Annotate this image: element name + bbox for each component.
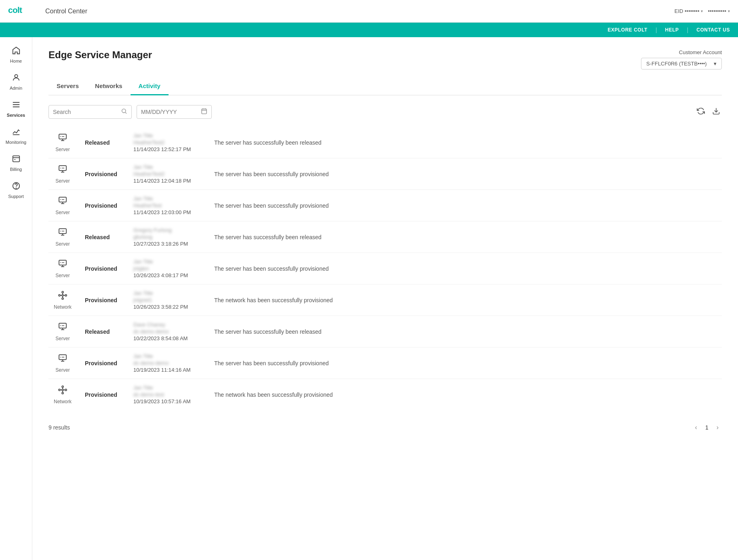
type-label: Server — [55, 273, 70, 278]
pagination: ‹ 1 › — [692, 422, 722, 433]
sidebar-item-support[interactable]: Support — [0, 177, 32, 204]
svg-point-49 — [59, 389, 60, 391]
activity-status: Provisioned — [85, 392, 125, 398]
server-icon — [58, 164, 67, 177]
sidebar-item-services[interactable]: Services — [0, 95, 32, 122]
date-input[interactable] — [141, 109, 198, 115]
contact-us-link[interactable]: CONTACT US — [696, 27, 730, 33]
svg-point-48 — [62, 389, 63, 391]
activity-info: Jan Title HeatherTest2 11/14/2023 12:52:… — [133, 133, 206, 152]
activity-status: Provisioned — [85, 360, 125, 366]
server-icon — [58, 322, 67, 334]
calendar-icon — [201, 108, 207, 116]
svg-text:colt: colt — [8, 5, 22, 15]
svg-point-33 — [62, 295, 63, 296]
svg-point-52 — [62, 392, 63, 394]
download-button[interactable] — [711, 105, 722, 119]
sidebar-admin-label: Admin — [10, 86, 22, 91]
top-bar-right: EID •••••••• ▾ •••••••••• ▾ — [675, 8, 730, 14]
activity-user: Jan Title — [133, 353, 206, 359]
activity-status: Released — [85, 328, 125, 335]
toolbar-right — [695, 105, 722, 119]
main-content: Edge Service Manager Customer Account S-… — [32, 37, 738, 560]
svg-rect-6 — [13, 156, 19, 162]
activity-info: Dave Chaney dc-demo-demo 10/22/2023 8:54… — [133, 322, 206, 341]
search-box[interactable] — [48, 105, 132, 119]
services-icon — [12, 100, 21, 111]
eid-selector[interactable]: EID •••••••• ▾ — [675, 8, 703, 14]
sidebar-monitoring-label: Monitoring — [6, 140, 26, 145]
page-title: Edge Service Manager — [48, 49, 152, 61]
monitoring-icon — [12, 127, 21, 138]
top-bar: colt Control Center EID •••••••• ▾ •••••… — [0, 0, 738, 23]
activity-user: Dave Chaney — [133, 322, 206, 328]
admin-icon — [12, 73, 21, 84]
eid-chevron: ▾ — [701, 9, 703, 13]
type-label: Server — [55, 178, 70, 184]
type-label: Network — [54, 304, 72, 310]
tab-servers[interactable]: Servers — [48, 78, 87, 95]
search-input[interactable] — [53, 109, 118, 115]
activity-status: Provisioned — [85, 202, 125, 209]
activity-row: Server Provisioned Jan Title jntglen 10/… — [48, 253, 722, 284]
activity-user-sub: dc-demo-demo — [133, 360, 206, 366]
activity-row: Server Provisioned Jan Title HeatherTest… — [48, 190, 722, 221]
date-picker[interactable] — [137, 105, 212, 119]
sidebar-item-home[interactable]: Home — [0, 41, 32, 68]
activity-message: The network has been successfully provis… — [214, 297, 722, 303]
toolbar — [48, 105, 722, 119]
activity-info: Jan Title dc-demo-test 10/19/2023 10:57:… — [133, 385, 206, 404]
eid-label: EID •••••••• — [675, 8, 700, 14]
type-label: Server — [55, 147, 70, 152]
activity-user: Jan Title — [133, 133, 206, 139]
svg-point-51 — [62, 386, 63, 387]
activity-status: Provisioned — [85, 171, 125, 177]
activity-user: Jan Title — [133, 290, 206, 296]
sidebar-services-label: Services — [7, 113, 25, 118]
svg-point-34 — [59, 295, 60, 296]
activity-row: Network Provisioned Jan Title jntgnet1 1… — [48, 284, 722, 316]
activity-user-sub: HeatherTest — [133, 202, 206, 208]
sidebar-item-monitoring[interactable]: Monitoring — [0, 122, 32, 149]
activity-date: 10/26/2023 4:08:17 PM — [133, 272, 206, 278]
activity-type: Network — [48, 385, 77, 404]
activity-date: 10/22/2023 8:54:08 AM — [133, 335, 206, 341]
separator-2: | — [687, 27, 689, 33]
activity-type: Server — [48, 322, 77, 341]
results-count: 9 results — [48, 424, 70, 431]
user-selector[interactable]: •••••••••• ▾ — [708, 8, 730, 14]
activity-date: 11/14/2023 12:03:00 PM — [133, 209, 206, 215]
activity-date: 11/14/2023 12:04:18 PM — [133, 178, 206, 184]
activity-info: Jan Title dc-demo-demo 10/19/2023 11:14:… — [133, 353, 206, 373]
activity-info: Jan Title HeatherTest 11/14/2023 12:03:0… — [133, 196, 206, 215]
svg-point-22 — [60, 168, 61, 168]
tab-activity[interactable]: Activity — [131, 78, 169, 95]
svg-point-35 — [65, 295, 67, 296]
explore-colt-link[interactable]: EXPLORE COLT — [607, 27, 647, 33]
activity-status: Provisioned — [85, 297, 125, 303]
activity-list: Server Released Jan Title HeatherTest2 1… — [48, 127, 722, 410]
sidebar-item-admin[interactable]: Admin — [0, 68, 32, 95]
prev-page-button[interactable]: ‹ — [692, 422, 700, 433]
server-icon — [58, 133, 67, 145]
svg-point-11 — [122, 109, 126, 113]
refresh-button[interactable] — [695, 105, 706, 119]
activity-type: Server — [48, 164, 77, 184]
activity-type: Server — [48, 227, 77, 247]
help-link[interactable]: HELP — [665, 27, 679, 33]
main-header: Edge Service Manager Customer Account S-… — [48, 49, 722, 69]
activity-user-sub: jntglen — [133, 265, 206, 272]
activity-user: Jan Title — [133, 196, 206, 202]
app-title: Control Center — [45, 8, 87, 15]
activity-message: The server has successfully been release… — [214, 234, 722, 240]
next-page-button[interactable]: › — [713, 422, 722, 433]
sidebar-item-billing[interactable]: Billing — [0, 149, 32, 177]
separator-1: | — [656, 27, 657, 33]
activity-row: Server Provisioned Jan Title HeatherTest… — [48, 158, 722, 190]
activity-user-sub: jntgnet1 — [133, 297, 206, 303]
tab-networks[interactable]: Networks — [87, 78, 131, 95]
activity-user: Gregory Furlong — [133, 227, 206, 233]
activity-info: Jan Title jntglen 10/26/2023 4:08:17 PM — [133, 259, 206, 278]
customer-account-select[interactable]: S-FFLCF0R6 (TESTB••••) ▾ — [641, 58, 722, 69]
svg-rect-13 — [202, 109, 207, 114]
